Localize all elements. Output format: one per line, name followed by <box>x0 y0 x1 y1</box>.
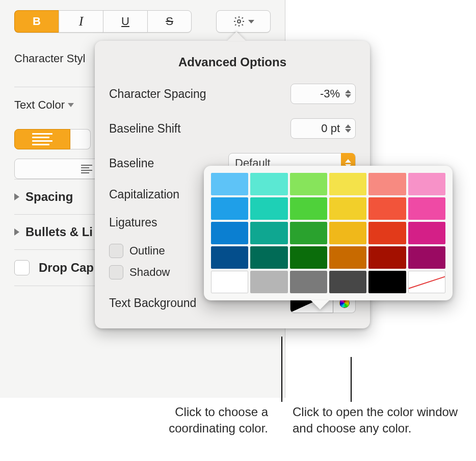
popover-title: Advanced Options <box>109 55 356 69</box>
stepper-arrows-icon[interactable] <box>345 124 351 133</box>
ligatures-label: Ligatures <box>109 216 157 229</box>
color-swatch[interactable] <box>368 271 406 293</box>
chevron-down-icon[interactable] <box>68 103 74 107</box>
spacing-label: Spacing <box>25 190 73 204</box>
callout-leader-line <box>351 357 352 402</box>
color-swatch[interactable] <box>290 271 327 293</box>
color-swatch[interactable] <box>211 197 248 220</box>
outline-checkbox[interactable] <box>109 244 123 258</box>
color-swatch[interactable] <box>368 246 406 269</box>
baseline-shift-label: Baseline Shift <box>109 122 181 136</box>
baseline-shift-stepper[interactable]: 0 pt <box>290 118 356 139</box>
color-swatch[interactable] <box>329 246 366 269</box>
color-swatch[interactable] <box>368 173 406 195</box>
color-swatch[interactable] <box>329 222 366 244</box>
align-left-button[interactable] <box>14 129 70 149</box>
style-segment-group: B I U S <box>14 10 192 33</box>
drop-cap-label: Drop Cap <box>39 261 94 275</box>
color-swatch[interactable] <box>211 173 248 195</box>
color-swatch[interactable] <box>290 222 327 244</box>
shadow-checkbox[interactable] <box>109 265 123 279</box>
color-swatch[interactable] <box>329 271 366 293</box>
outline-label: Outline <box>129 244 165 258</box>
capitalization-label: Capitalization <box>109 188 179 201</box>
color-swatch[interactable] <box>408 222 445 244</box>
color-swatch-popover <box>204 166 453 300</box>
character-spacing-value: -3% <box>295 87 342 100</box>
callout-leader-line <box>281 337 282 402</box>
color-swatch[interactable] <box>290 173 327 195</box>
color-swatch[interactable] <box>368 222 406 244</box>
underline-button[interactable]: U <box>103 10 147 33</box>
color-swatch[interactable] <box>368 197 406 220</box>
color-swatch[interactable] <box>250 271 287 293</box>
color-swatch[interactable] <box>329 173 366 195</box>
color-swatch[interactable] <box>250 222 287 244</box>
chevron-right-icon <box>14 193 19 200</box>
color-swatch[interactable] <box>250 197 287 220</box>
indent-icon <box>81 165 92 173</box>
color-swatch[interactable] <box>329 197 366 220</box>
color-swatch[interactable] <box>211 246 248 269</box>
baseline-shift-value: 0 pt <box>295 122 342 135</box>
drop-cap-checkbox[interactable] <box>14 260 30 275</box>
baseline-label: Baseline <box>109 157 154 170</box>
color-swatch[interactable] <box>408 197 445 220</box>
gear-icon <box>233 15 245 28</box>
advanced-options-button[interactable] <box>216 10 271 33</box>
color-swatch[interactable] <box>408 246 445 269</box>
stepper-arrows-icon[interactable] <box>345 90 351 98</box>
color-swatch[interactable] <box>290 197 327 220</box>
character-spacing-label: Character Spacing <box>109 87 206 101</box>
italic-button[interactable]: I <box>59 10 103 33</box>
no-color-swatch[interactable] <box>408 271 445 293</box>
color-swatch[interactable] <box>290 246 327 269</box>
callout-color-window: Click to open the color window and choos… <box>293 404 466 437</box>
text-background-label: Text Background <box>109 296 196 310</box>
color-swatch[interactable] <box>211 222 248 244</box>
color-swatch[interactable] <box>211 271 248 293</box>
bullets-label: Bullets & Li <box>25 225 93 239</box>
text-color-label: Text Color <box>14 98 65 112</box>
color-swatch[interactable] <box>250 173 287 195</box>
color-swatch[interactable] <box>250 246 287 269</box>
text-style-toolbar: B I U S <box>14 10 271 33</box>
character-spacing-stepper[interactable]: -3% <box>290 84 356 104</box>
chevron-right-icon <box>14 228 19 236</box>
svg-point-0 <box>237 20 241 23</box>
strikethrough-button[interactable]: S <box>147 10 192 33</box>
color-swatch-grid <box>211 173 445 293</box>
align-left-icon <box>32 133 52 145</box>
shadow-label: Shadow <box>129 266 170 279</box>
bold-button[interactable]: B <box>14 10 59 33</box>
callout-coordinating-color: Click to choose a coordinating color. <box>110 404 268 437</box>
color-swatch[interactable] <box>408 173 445 195</box>
chevron-down-icon <box>248 20 254 23</box>
align-more-button[interactable] <box>70 129 91 149</box>
